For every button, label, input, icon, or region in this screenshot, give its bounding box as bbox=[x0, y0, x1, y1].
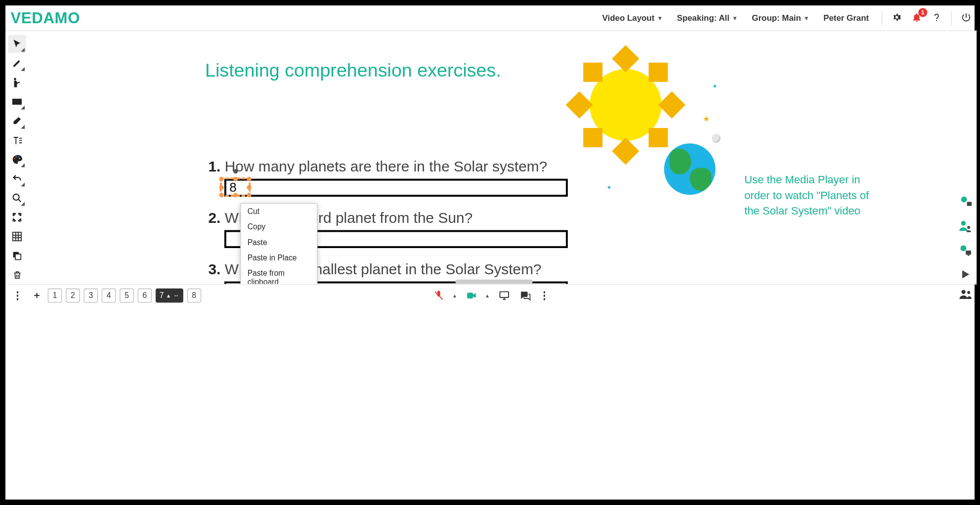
mic-muted-icon[interactable] bbox=[432, 290, 444, 301]
chevron-down-icon: ▼ bbox=[657, 15, 663, 21]
svg-point-20 bbox=[967, 291, 970, 294]
page-up-icon: ▴ bbox=[167, 292, 170, 298]
play-media-icon[interactable] bbox=[958, 267, 973, 282]
video-layout-label: Video Layout bbox=[602, 13, 655, 23]
screenshare-icon[interactable] bbox=[958, 243, 973, 257]
group-label: Group: Main bbox=[752, 13, 801, 23]
help-button[interactable] bbox=[931, 11, 942, 24]
chevron-down-icon: ▼ bbox=[804, 15, 810, 21]
notifications-button[interactable]: 1 bbox=[911, 11, 922, 24]
page-5[interactable]: 5 bbox=[120, 288, 134, 302]
sun-illustration bbox=[574, 53, 677, 156]
sparkle-icon: ✦ bbox=[712, 83, 717, 89]
answer-box-1[interactable] bbox=[224, 179, 568, 197]
av-controls: ▴ ▴ ⋮ bbox=[432, 289, 549, 301]
eraser-tool[interactable] bbox=[8, 112, 26, 130]
star-icon: ★ bbox=[703, 115, 710, 124]
settings-button[interactable] bbox=[892, 11, 902, 24]
page-title: Listening comprehension exercises. bbox=[205, 60, 501, 81]
ctx-paste[interactable]: Paste bbox=[241, 235, 317, 250]
participants-icon[interactable] bbox=[958, 218, 973, 233]
ctx-paste-clipboard[interactable]: Paste from clipboard bbox=[241, 265, 317, 284]
speaking-label: Speaking: All bbox=[677, 13, 729, 23]
page-4[interactable]: 4 bbox=[102, 288, 116, 302]
mic-options-icon[interactable]: ▴ bbox=[453, 292, 456, 298]
svg-rect-16 bbox=[968, 254, 970, 255]
svg-point-4 bbox=[18, 156, 19, 158]
whiteboard-canvas[interactable]: Listening comprehension exercises. 1. Ho… bbox=[29, 31, 977, 284]
zoom-tool[interactable] bbox=[8, 189, 26, 207]
svg-rect-17 bbox=[467, 293, 473, 298]
svg-point-3 bbox=[15, 156, 17, 158]
context-menu: Cut Copy Paste Paste in Place Paste from… bbox=[240, 203, 317, 284]
selected-element-value: 8 bbox=[229, 180, 236, 195]
user-name[interactable]: Peter Grant bbox=[823, 13, 869, 23]
svg-rect-7 bbox=[13, 232, 21, 241]
page-7-current[interactable]: 7 ▴ ↔ bbox=[156, 288, 183, 302]
trash-icon bbox=[12, 270, 22, 280]
presenter-icon bbox=[11, 77, 23, 88]
page-swap-icon: ↔ bbox=[173, 292, 179, 298]
grid-icon bbox=[12, 231, 22, 242]
fit-screen-icon bbox=[12, 212, 22, 222]
gear-icon bbox=[892, 11, 902, 22]
svg-rect-1 bbox=[12, 99, 22, 105]
h-scrollbar[interactable] bbox=[455, 280, 532, 284]
text-tool[interactable] bbox=[8, 131, 26, 149]
ctx-paste-in-place[interactable]: Paste in Place bbox=[241, 250, 317, 265]
copy-icon bbox=[12, 251, 22, 261]
svg-point-13 bbox=[967, 226, 970, 229]
grid-tool[interactable] bbox=[8, 227, 26, 245]
pointer-tool[interactable] bbox=[8, 74, 26, 91]
page-8[interactable]: 8 bbox=[187, 288, 201, 302]
delete-tool[interactable] bbox=[8, 266, 26, 284]
select-tool[interactable] bbox=[8, 35, 26, 53]
notif-badge: 1 bbox=[918, 8, 927, 17]
people-icon bbox=[959, 289, 973, 300]
group-menu[interactable]: Group: Main ▼ bbox=[752, 13, 809, 23]
ctx-copy[interactable]: Copy bbox=[241, 219, 317, 235]
speaking-menu[interactable]: Speaking: All ▼ bbox=[677, 13, 738, 23]
svg-point-12 bbox=[961, 221, 966, 226]
color-tool[interactable] bbox=[8, 151, 26, 168]
question-1: 1. How many planets are there in the Sol… bbox=[208, 158, 547, 175]
sparkle-icon: ✦ bbox=[606, 184, 611, 191]
power-button[interactable] bbox=[961, 11, 972, 24]
text-icon bbox=[11, 135, 22, 146]
svg-rect-11 bbox=[967, 202, 972, 206]
participants-panel-button[interactable] bbox=[959, 289, 973, 302]
svg-rect-15 bbox=[966, 251, 971, 254]
fit-tool[interactable] bbox=[8, 208, 26, 226]
right-rail bbox=[954, 194, 977, 284]
copy-tool[interactable] bbox=[8, 247, 26, 264]
user-video-icon[interactable] bbox=[958, 194, 973, 209]
media-hint: Use the Media Player in order to watch "… bbox=[744, 172, 873, 220]
pen-tool[interactable] bbox=[8, 54, 26, 72]
svg-point-14 bbox=[960, 245, 966, 251]
camera-options-icon[interactable]: ▴ bbox=[486, 292, 489, 298]
add-page-button[interactable]: + bbox=[30, 288, 44, 302]
page-3[interactable]: 3 bbox=[84, 288, 98, 302]
camera-icon[interactable] bbox=[466, 290, 477, 301]
svg-point-19 bbox=[962, 290, 966, 294]
page-1[interactable]: 1 bbox=[48, 288, 62, 302]
svg-rect-9 bbox=[15, 254, 21, 259]
video-layout-menu[interactable]: Video Layout ▼ bbox=[602, 13, 663, 23]
tool-palette bbox=[5, 31, 29, 284]
shape-tool[interactable] bbox=[8, 93, 26, 111]
help-icon bbox=[931, 11, 942, 22]
page-more-button[interactable]: ⋮ bbox=[9, 288, 26, 302]
chat-icon[interactable] bbox=[519, 290, 530, 301]
ctx-cut[interactable]: Cut bbox=[241, 204, 317, 219]
more-options-icon[interactable]: ⋮ bbox=[539, 289, 550, 301]
bottom-bar: ⋮ + 1 2 3 4 5 6 7 ▴ ↔ 8 ▴ ▴ ⋮ bbox=[5, 284, 977, 306]
page-6[interactable]: 6 bbox=[138, 288, 152, 302]
power-icon bbox=[961, 11, 972, 22]
page-2[interactable]: 2 bbox=[66, 288, 80, 302]
rectangle-icon bbox=[12, 98, 22, 106]
svg-point-2 bbox=[14, 158, 15, 160]
undo-tool[interactable] bbox=[8, 170, 26, 188]
topbar: VEDAMO Video Layout ▼ Speaking: All ▼ Gr… bbox=[5, 5, 977, 31]
svg-point-5 bbox=[19, 158, 20, 160]
screen-icon[interactable] bbox=[498, 290, 510, 301]
